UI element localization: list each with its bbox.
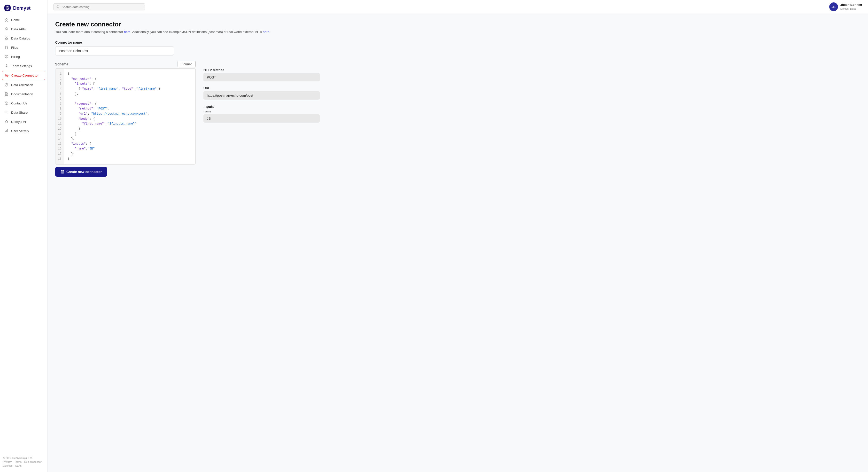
user-name: Julien Bonnier [840, 3, 862, 7]
data-share-icon [4, 110, 9, 115]
sidebar-item-team-settings-label: Team Settings [11, 64, 32, 68]
subtitle-link-here1[interactable]: here [124, 30, 130, 34]
svg-point-6 [6, 65, 7, 66]
connector-name-section: Connector name [55, 40, 860, 56]
schema-row: Schema Format 12345678910111213141516171… [55, 61, 860, 165]
sidebar-item-demyst-ai-label: Demyst AI [11, 120, 26, 124]
svg-rect-4 [7, 38, 8, 40]
http-method-input[interactable] [204, 73, 320, 81]
inputs-section: Inputs name [204, 105, 320, 123]
search-icon [56, 5, 60, 8]
svg-point-9 [6, 85, 7, 85]
sidebar-item-data-apis-label: Data APIs [11, 27, 26, 31]
user-area: JB Julien Bonnier Demyst Data [829, 2, 862, 11]
connector-name-label: Connector name [55, 40, 860, 45]
search-input[interactable] [62, 5, 142, 9]
topbar: JB Julien Bonnier Demyst Data [48, 0, 868, 14]
sidebar-item-create-connector[interactable]: Create Connector [2, 71, 45, 80]
svg-point-5 [5, 55, 8, 58]
documentation-icon [4, 92, 9, 96]
sidebar-nav: Home Data APIs Data Catalog Files [0, 16, 47, 454]
subtitle-text-3: . [269, 30, 270, 34]
subtitle-text-2: . Additionally, you can see example JSON… [130, 30, 263, 34]
create-connector-icon [5, 73, 9, 78]
footer-subprocessor-link[interactable]: Sub-processor [24, 461, 42, 463]
sidebar-item-home[interactable]: Home [2, 16, 45, 24]
svg-rect-3 [5, 38, 6, 40]
sidebar-item-data-share-label: Data Share [11, 111, 28, 114]
home-icon [4, 18, 9, 22]
footer-links: Privacy · Terms · Sub-processor · Cookie… [3, 461, 44, 467]
data-catalog-icon [4, 36, 9, 40]
data-apis-icon [4, 27, 9, 31]
files-icon [4, 45, 9, 50]
data-utilization-icon [4, 83, 9, 87]
sidebar-item-documentation-label: Documentation [11, 92, 33, 96]
svg-rect-1 [5, 37, 6, 38]
sidebar-item-billing-label: Billing [11, 55, 20, 59]
team-settings-icon [4, 64, 9, 68]
save-icon [61, 170, 64, 174]
svg-point-12 [7, 111, 8, 112]
sidebar-item-billing[interactable]: Billing [2, 52, 45, 61]
sidebar-item-user-activity-label: User Activity [11, 129, 29, 133]
sidebar: Demyst Home Data APIs Data Catalog [0, 0, 48, 472]
subtitle-text-1: You can learn more about creating a conn… [55, 30, 124, 34]
logo-text: Demyst [13, 5, 31, 11]
svg-point-15 [57, 6, 59, 7]
svg-rect-2 [7, 37, 8, 38]
url-input[interactable] [204, 91, 320, 99]
sidebar-item-data-share[interactable]: Data Share [2, 108, 45, 117]
billing-icon [4, 55, 9, 59]
sidebar-item-team-settings[interactable]: Team Settings [2, 62, 45, 70]
sidebar-item-data-apis[interactable]: Data APIs [2, 25, 45, 33]
footer-copyright: © 2023 DemystData, Ltd [3, 456, 44, 460]
subtitle-link-here2[interactable]: here [263, 30, 269, 34]
logo: Demyst [0, 0, 47, 16]
main-content: JB Julien Bonnier Demyst Data Create new… [48, 0, 868, 472]
sidebar-item-demyst-ai[interactable]: Demyst AI [2, 117, 45, 126]
create-button-label: Create new connector [66, 170, 102, 174]
create-new-connector-button[interactable]: Create new connector [55, 167, 107, 177]
sidebar-item-data-catalog[interactable]: Data Catalog [2, 34, 45, 42]
svg-point-14 [7, 113, 8, 114]
inputs-name-input[interactable] [204, 114, 320, 123]
footer-cookies-link[interactable]: Cookies [3, 464, 12, 467]
url-field: URL [204, 86, 320, 99]
sidebar-item-data-utilization[interactable]: Data Utilization [2, 81, 45, 89]
sidebar-item-user-activity[interactable]: User Activity [2, 126, 45, 135]
schema-editor[interactable]: 123456789101112131415161718 { "connector… [55, 68, 196, 165]
format-button[interactable]: Format [178, 61, 196, 67]
footer-privacy-link[interactable]: Privacy [3, 461, 11, 463]
sidebar-item-create-connector-label: Create Connector [11, 73, 39, 77]
sidebar-footer: © 2023 DemystData, Ltd Privacy · Terms ·… [0, 454, 47, 467]
code-editor[interactable]: { "connector": { "inputs": [ { "name": "… [64, 68, 195, 164]
svg-point-13 [5, 112, 6, 113]
sidebar-item-files[interactable]: Files [2, 43, 45, 52]
user-activity-icon [4, 129, 9, 133]
footer-slas-link[interactable]: SLAs [15, 464, 22, 467]
user-info: Julien Bonnier Demyst Data [840, 3, 862, 10]
http-method-field: HTTP Method [204, 68, 320, 81]
connector-name-input[interactable] [55, 46, 174, 56]
sidebar-item-contact-us-label: Contact Us [11, 101, 27, 105]
avatar: JB [829, 2, 838, 11]
demyst-logo-icon [4, 4, 11, 11]
svg-point-11 [6, 104, 7, 105]
url-label: URL [204, 86, 320, 90]
sidebar-item-contact-us[interactable]: Contact Us [2, 99, 45, 108]
inputs-name-label: name [204, 110, 320, 113]
sidebar-item-documentation[interactable]: Documentation [2, 90, 45, 98]
page-content: Create new connector You can learn more … [48, 14, 868, 472]
demyst-ai-icon [4, 119, 9, 124]
page-title: Create new connector [55, 21, 860, 28]
search-bar[interactable] [53, 3, 145, 10]
sidebar-item-data-catalog-label: Data Catalog [11, 37, 30, 40]
sidebar-item-data-utilization-label: Data Utilization [11, 83, 33, 87]
inputs-title: Inputs [204, 105, 320, 109]
footer-terms-link[interactable]: Terms [14, 461, 22, 463]
sidebar-item-home-label: Home [11, 18, 20, 22]
page-subtitle: You can learn more about creating a conn… [55, 30, 860, 34]
sidebar-item-files-label: Files [11, 46, 18, 50]
schema-label: Schema [55, 62, 68, 66]
